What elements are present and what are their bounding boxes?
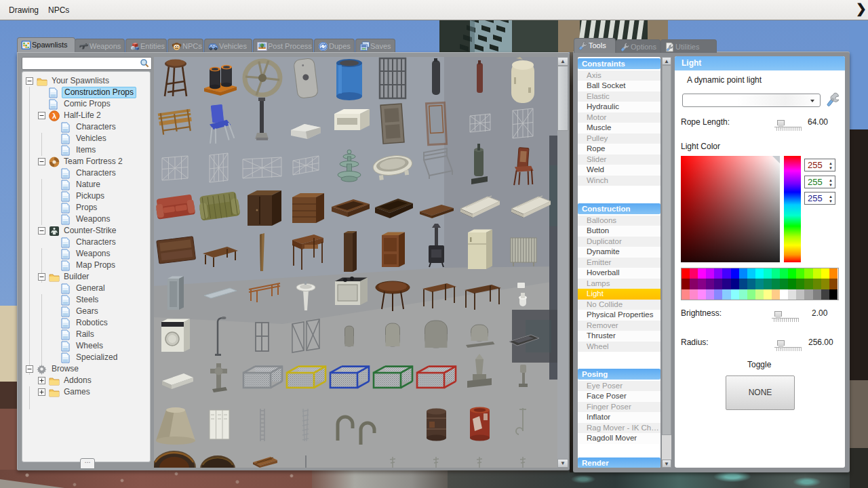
svg-text:λ: λ [52,112,56,120]
